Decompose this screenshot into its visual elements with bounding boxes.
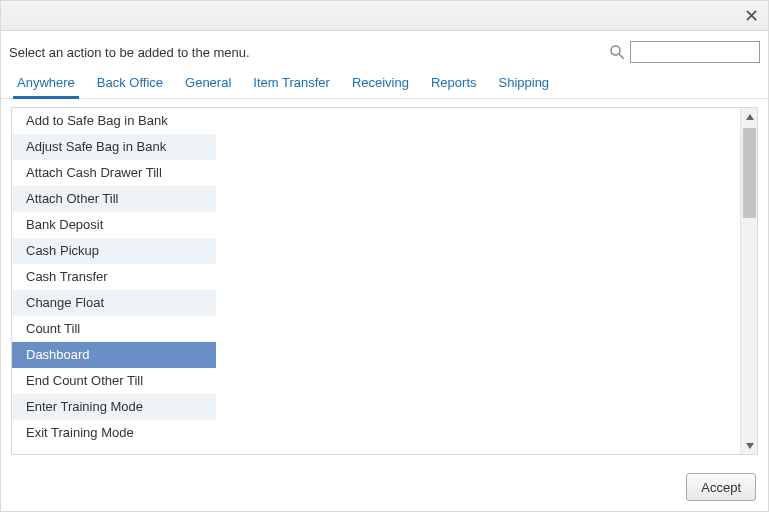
list-item[interactable]: Attach Other Till: [12, 186, 216, 212]
tab-general[interactable]: General: [183, 69, 233, 98]
list-item[interactable]: Dashboard: [12, 342, 216, 368]
list-item[interactable]: Change Float: [12, 290, 216, 316]
svg-point-0: [611, 46, 620, 55]
accept-button[interactable]: Accept: [686, 473, 756, 501]
search-icon: [608, 43, 626, 61]
dialog: ✕ Select an action to be added to the me…: [0, 0, 769, 512]
action-list-panel: Add to Safe Bag in BankAdjust Safe Bag i…: [11, 107, 758, 455]
list-item[interactable]: Add to Safe Bag in Bank: [12, 108, 216, 134]
tab-anywhere[interactable]: Anywhere: [15, 69, 77, 98]
list-item[interactable]: Exit Training Mode: [12, 420, 216, 446]
svg-line-1: [619, 54, 624, 59]
search-input[interactable]: [630, 41, 760, 63]
svg-marker-3: [746, 443, 754, 449]
action-list: Add to Safe Bag in BankAdjust Safe Bag i…: [12, 108, 216, 454]
tab-item-transfer[interactable]: Item Transfer: [251, 69, 332, 98]
tab-back-office[interactable]: Back Office: [95, 69, 165, 98]
list-item[interactable]: Adjust Safe Bag in Bank: [12, 134, 216, 160]
tab-reports[interactable]: Reports: [429, 69, 479, 98]
svg-marker-2: [746, 114, 754, 120]
list-item[interactable]: Enter Training Mode: [12, 394, 216, 420]
scroll-up-arrow-icon[interactable]: [741, 108, 758, 125]
close-button[interactable]: ✕: [740, 5, 762, 27]
scrollbar-thumb[interactable]: [743, 128, 756, 218]
scrollbar[interactable]: [740, 108, 757, 454]
prompt-text: Select an action to be added to the menu…: [9, 45, 250, 60]
close-icon: ✕: [744, 5, 759, 27]
list-item[interactable]: Cash Transfer: [12, 264, 216, 290]
list-item[interactable]: Bank Deposit: [12, 212, 216, 238]
scroll-down-arrow-icon[interactable]: [741, 437, 758, 454]
tab-shipping[interactable]: Shipping: [497, 69, 552, 98]
tab-receiving[interactable]: Receiving: [350, 69, 411, 98]
list-item[interactable]: Cash Pickup: [12, 238, 216, 264]
titlebar: ✕: [1, 1, 768, 31]
list-item[interactable]: Count Till: [12, 316, 216, 342]
tabs: AnywhereBack OfficeGeneralItem TransferR…: [1, 69, 768, 99]
search-wrap: [608, 41, 760, 63]
footer: Accept: [1, 463, 768, 511]
list-item[interactable]: Attach Cash Drawer Till: [12, 160, 216, 186]
header-row: Select an action to be added to the menu…: [1, 31, 768, 69]
list-item[interactable]: End Count Other Till: [12, 368, 216, 394]
